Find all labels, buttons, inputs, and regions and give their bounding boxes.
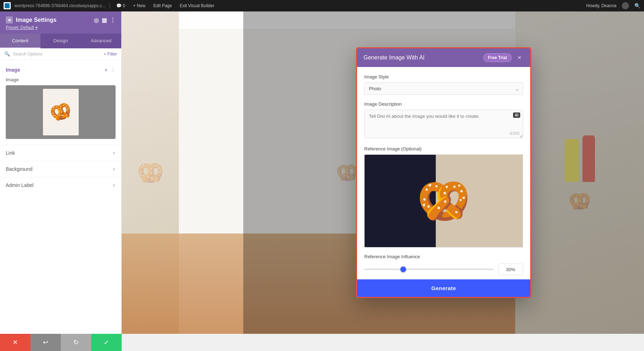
modal-overlay: Generate Image With AI Free Trial × Imag… [243, 11, 644, 334]
redo-icon: ↻ [73, 338, 79, 346]
main-content: 🥨 🥨 🥨 Generate Image With AI Free Trial … [122, 11, 644, 334]
wp-logo[interactable] [4, 2, 11, 9]
sidebar-tabs: Content Design Advanced [0, 34, 121, 48]
modal-header: Generate Image With AI Free Trial × [357, 48, 530, 67]
pretzel-image: 🥨 [48, 100, 73, 125]
tab-content[interactable]: Content [0, 34, 40, 48]
slider-track [364, 269, 494, 270]
modal-title: Generate Image With AI [364, 54, 425, 61]
slider-fill [364, 269, 403, 270]
more-icon[interactable]: ⋮ [110, 17, 116, 24]
background-label: Background [6, 166, 33, 172]
description-textarea[interactable] [364, 110, 523, 138]
sidebar-header: ⚙ Image Settings ◎ ▦ ⋮ Preset: Default ▾ [0, 11, 121, 34]
footer-action-bar: ✕ ↩ ↻ ✓ [0, 334, 122, 351]
modal-close-button[interactable]: × [515, 53, 524, 62]
modal-body: Image Style Photo Illustration Painting … [357, 67, 530, 279]
redo-button[interactable]: ↻ [61, 334, 91, 351]
user-avatar[interactable] [622, 2, 629, 9]
new-link[interactable]: + New [131, 3, 147, 8]
link-chevron-icon[interactable]: ∨ [112, 150, 116, 155]
admin-label-label: Admin Label [6, 182, 34, 188]
filter-button[interactable]: + Filter [104, 52, 117, 57]
sidebar-icons: ◎ ▦ ⋮ [94, 17, 116, 24]
free-trial-badge[interactable]: Free Trial [483, 53, 512, 62]
search-bar: 🔍 Search Options + Filter [0, 48, 121, 60]
influence-label: Reference Image Influence [364, 254, 523, 259]
sidebar-title: ⚙ Image Settings ◎ ▦ ⋮ [6, 16, 116, 24]
description-label: Image Description [364, 101, 523, 107]
exit-vb-link[interactable]: Exit Visual Builder [177, 3, 216, 8]
focus-icon[interactable]: ◎ [94, 17, 99, 24]
generate-btn-label: Generate [431, 285, 456, 291]
ai-button[interactable]: AI [513, 112, 520, 118]
settings-icon: ⚙ [6, 16, 13, 24]
influence-input[interactable] [498, 264, 523, 275]
bg-food-left-decor: 🥨 [137, 160, 164, 186]
image-more-icon[interactable]: ⋮ [111, 67, 116, 73]
slider-thumb[interactable] [400, 266, 406, 272]
image-preview-inner: 🥨 [43, 89, 79, 135]
char-count: 0/200 [509, 131, 519, 135]
generate-button[interactable]: Generate [357, 279, 530, 297]
comments-link[interactable]: 💬 0 [114, 3, 127, 8]
image-field-label: Image [0, 76, 121, 85]
close-icon: ✕ [13, 338, 18, 346]
preset-selector[interactable]: Preset: Default ▾ [6, 25, 116, 30]
modal-header-right: Free Trial × [483, 53, 524, 62]
columns-icon[interactable]: ▦ [102, 17, 107, 24]
wp-bar-right: Howdy, Deanna 🔍 [586, 2, 641, 9]
ref-image-section: Reference Image (Optional) 🥨 [364, 146, 523, 247]
search-icon-small: 🔍 [4, 51, 10, 57]
background-section[interactable]: Background ∨ [0, 161, 121, 177]
wp-admin-bar: wordpress-784896-3766464.cloudwaysapps.c… [0, 0, 644, 11]
close-button[interactable]: ✕ [0, 334, 30, 351]
search-placeholder: Search Options [13, 52, 43, 57]
link-section[interactable]: Link ∨ [0, 145, 121, 161]
link-label: Link [6, 150, 15, 156]
image-style-select-wrapper: Photo Illustration Painting Sketch 3D Re… [364, 82, 523, 95]
admin-label-chevron-icon[interactable]: ∨ [112, 183, 116, 188]
separator: | [109, 3, 111, 9]
sidebar-content: Image ∧ ⋮ Image 🥨 Link ∨ Background ∨ Ad… [0, 60, 121, 331]
site-url[interactable]: wordpress-784896-3766464.cloudwaysapps.c… [14, 3, 106, 8]
save-icon: ✓ [104, 338, 109, 346]
undo-button[interactable]: ↩ [30, 334, 61, 351]
edit-page-link[interactable]: Edit Page [151, 3, 174, 8]
influence-row [364, 264, 523, 275]
ref-image-label: Reference Image (Optional) [364, 146, 523, 152]
background-chevron-icon[interactable]: ∨ [112, 167, 116, 172]
image-style-label: Image Style [364, 74, 523, 80]
tab-advanced[interactable]: Advanced [81, 34, 121, 48]
image-section-header[interactable]: Image ∧ ⋮ [0, 64, 121, 76]
image-section-title: Image [6, 67, 20, 73]
search-icon[interactable]: 🔍 [634, 3, 640, 9]
save-button[interactable]: ✓ [91, 334, 122, 351]
description-wrapper: AI 0/200 [364, 110, 523, 140]
image-preview[interactable]: 🥨 [6, 85, 116, 139]
sidebar: ⚙ Image Settings ◎ ▦ ⋮ Preset: Default ▾… [0, 11, 122, 351]
generate-modal: Generate Image With AI Free Trial × Imag… [356, 47, 531, 298]
howdy-text: Howdy, Deanna [586, 3, 617, 8]
pretzel-large-icon: 🥨 [417, 176, 470, 226]
tab-design[interactable]: Design [40, 34, 81, 48]
image-style-select[interactable]: Photo Illustration Painting Sketch 3D Re… [364, 82, 523, 95]
ref-pretzel-image: 🥨 [401, 162, 487, 240]
influence-section: Reference Image Influence [364, 254, 523, 275]
ref-image-container[interactable]: 🥨 [364, 154, 523, 247]
wp-logo-inner [5, 3, 10, 8]
undo-icon: ↩ [43, 338, 48, 346]
slider-wrapper [364, 266, 494, 273]
admin-label-section[interactable]: Admin Label ∨ [0, 177, 121, 193]
image-chevron-icon[interactable]: ∧ [104, 67, 108, 72]
